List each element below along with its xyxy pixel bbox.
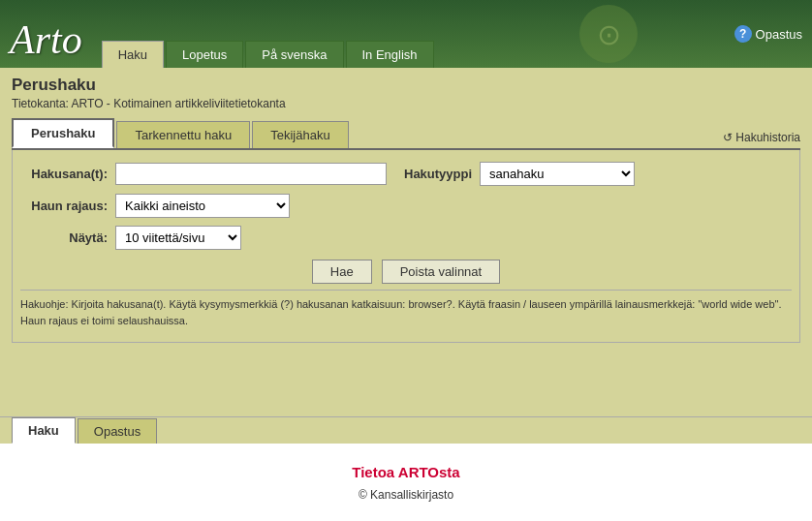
- content-area: Perushaku Tietokanta: ARTO - Kotimainen …: [0, 68, 812, 351]
- search-tabs: Perushaku Tarkennettu haku Tekijähaku ↺ …: [12, 118, 800, 150]
- nayta-row: Näytä: 10 viitettä/sivu 20 viitettä/sivu…: [20, 226, 792, 250]
- history-link[interactable]: ↺ Hakuhistoria: [723, 131, 800, 144]
- logo: Arto: [10, 16, 82, 63]
- tab-perushaku[interactable]: Perushaku: [12, 118, 114, 148]
- history-icon: ↺: [723, 131, 733, 144]
- haun-rajaus-label: Haun rajaus:: [20, 199, 108, 213]
- help-text-line2: Haun rajaus ei toimi selaushauissa.: [20, 315, 188, 326]
- nav-tab-lopetus[interactable]: Lopetus: [166, 41, 243, 68]
- haun-rajaus-select[interactable]: Kaikki aineisto Artikkelit Kirjat Väitös…: [115, 194, 290, 218]
- help-text-line1: Hakuohje: Kirjoita hakusana(t). Käytä ky…: [20, 298, 782, 310]
- nayta-label: Näytä:: [20, 230, 108, 245]
- search-button[interactable]: Hae: [312, 260, 372, 284]
- page-title: Perushaku: [12, 76, 800, 95]
- hakutyyppi-select[interactable]: sanahaku fraasihaku booleanhaku: [480, 162, 635, 186]
- header-help[interactable]: ? Opastus: [734, 25, 802, 43]
- nayta-select[interactable]: 10 viitettä/sivu 20 viitettä/sivu 50 vii…: [115, 226, 241, 250]
- header-nav: Haku Lopetus På svenska In English: [102, 41, 434, 68]
- bottom-tabs: Haku Opastus: [0, 417, 812, 444]
- help-text: Hakuohje: Kirjoita hakusana(t). Käytä ky…: [20, 290, 792, 330]
- hakusana-label: Hakusana(t):: [20, 167, 108, 181]
- tab-tarkennettu[interactable]: Tarkennettu haku: [116, 121, 250, 148]
- footer-content: Tietoa ARTOsta © Kansalliskirjasto: [0, 444, 812, 521]
- bottom-area: Haku Opastus Tietoa ARTOsta © Kansallisk…: [0, 416, 812, 521]
- main-content: Perushaku Tietokanta: ARTO - Kotimainen …: [0, 68, 812, 521]
- clear-button[interactable]: Poista valinnat: [382, 260, 501, 284]
- nav-tab-svenska[interactable]: På svenska: [245, 41, 343, 68]
- footer-copyright: © Kansalliskirjasto: [359, 488, 453, 502]
- form-area: Hakusana(t): Hakutyyppi sanahaku fraasih…: [12, 150, 800, 343]
- tab-tekijahaku[interactable]: Tekijähaku: [252, 121, 348, 148]
- footer-title: Tietoa ARTOsta: [352, 464, 459, 480]
- nav-tab-haku[interactable]: Haku: [102, 41, 164, 68]
- haun-rajaus-row: Haun rajaus: Kaikki aineisto Artikkelit …: [20, 194, 792, 218]
- spacer: [0, 351, 812, 416]
- nav-tab-english[interactable]: In English: [346, 41, 434, 68]
- header: Arto Haku Lopetus På svenska In English …: [0, 0, 812, 68]
- buttons-row: Hae Poista valinnat: [20, 260, 792, 284]
- help-label: Opastus: [756, 27, 802, 42]
- hakutyyppi-label: Hakutyyppi: [404, 167, 472, 181]
- bottom-tab-opastus[interactable]: Opastus: [78, 418, 157, 444]
- header-watermark: ⊙: [579, 5, 638, 63]
- history-label: Hakuhistoria: [735, 131, 800, 144]
- database-info: Tietokanta: ARTO - Kotimainen artikkeliv…: [12, 97, 800, 110]
- bottom-tab-haku[interactable]: Haku: [12, 417, 76, 444]
- help-icon: ?: [734, 25, 752, 43]
- hakusana-row: Hakusana(t): Hakutyyppi sanahaku fraasih…: [20, 162, 792, 186]
- hakusana-input[interactable]: [115, 163, 387, 185]
